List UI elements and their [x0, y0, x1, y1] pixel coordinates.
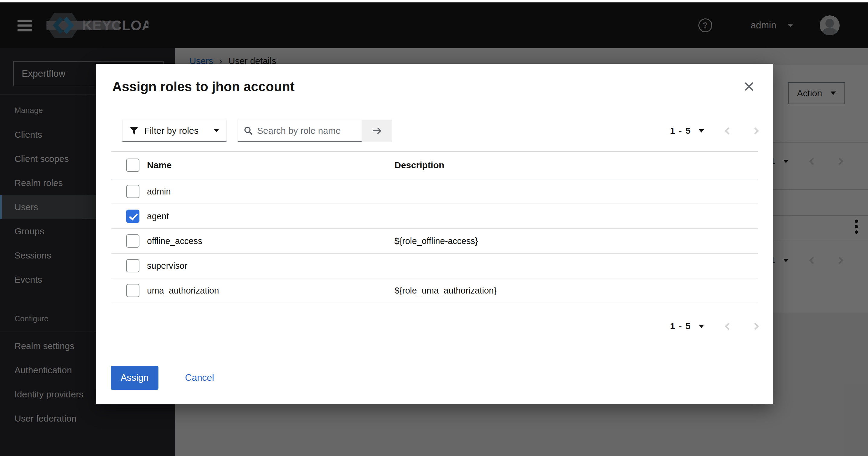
modal-title: Assign roles to jhon account — [112, 79, 756, 94]
row-checkbox[interactable] — [126, 234, 140, 248]
table-row: supervisor — [112, 254, 758, 279]
row-checkbox[interactable] — [126, 209, 140, 223]
search-submit-button[interactable] — [362, 120, 392, 142]
pagination-range: 1 - 5 — [670, 125, 691, 136]
select-all-checkbox[interactable] — [126, 159, 140, 172]
previous-page-icon[interactable] — [725, 322, 732, 330]
assign-roles-modal: Assign roles to jhon account Filter by r… — [96, 64, 773, 404]
close-icon[interactable] — [743, 81, 755, 92]
search-icon — [244, 126, 253, 135]
search-group — [238, 120, 392, 142]
filter-icon — [130, 126, 138, 135]
filter-by-roles-dropdown[interactable]: Filter by roles — [122, 120, 227, 142]
table-row: offline_access ${role_offline-access} — [112, 229, 758, 254]
table-row: uma_authorization ${role_uma_authorizati… — [112, 279, 758, 303]
role-name: admin — [147, 187, 395, 197]
role-name: offline_access — [147, 236, 395, 246]
previous-page-icon[interactable] — [725, 127, 732, 134]
row-checkbox[interactable] — [126, 284, 140, 297]
modal-pagination-bottom-row: 1 - 5 — [96, 314, 758, 338]
modal-pagination-top: 1 - 5 — [670, 125, 758, 136]
search-input[interactable] — [257, 125, 362, 136]
row-checkbox[interactable] — [126, 259, 140, 273]
cancel-button[interactable]: Cancel — [185, 372, 214, 383]
modal-footer: Assign Cancel — [96, 366, 773, 404]
modal-pagination-bottom: 1 - 5 — [670, 321, 758, 331]
next-page-icon[interactable] — [751, 322, 759, 330]
assign-button[interactable]: Assign — [111, 366, 158, 390]
pagination-caret-icon[interactable] — [699, 325, 704, 328]
table-row: agent — [112, 204, 758, 229]
pagination-caret-icon[interactable] — [699, 129, 704, 133]
next-page-icon[interactable] — [751, 127, 759, 134]
roles-table: Name Description admin agent offline_acc… — [112, 151, 758, 303]
column-name: Name — [147, 160, 395, 170]
column-description: Description — [395, 160, 758, 170]
modal-toolbar: Filter by roles — [122, 120, 758, 142]
table-row: admin — [112, 179, 758, 204]
row-checkbox[interactable] — [126, 185, 140, 198]
modal-header: Assign roles to jhon account — [96, 64, 773, 94]
pagination-range: 1 - 5 — [670, 321, 691, 331]
role-name: supervisor — [147, 261, 395, 271]
filter-caret-icon — [214, 129, 219, 132]
search-box — [238, 120, 362, 142]
filter-label: Filter by roles — [144, 125, 198, 136]
role-name: uma_authorization — [147, 286, 395, 296]
role-description: ${role_offline-access} — [395, 236, 758, 246]
arrow-right-icon — [372, 126, 382, 136]
role-name: agent — [147, 211, 395, 221]
screen: KEYCLOAK ? admin Expertflow Manage Clien… — [0, 0, 868, 456]
table-header-row: Name Description — [112, 151, 758, 179]
role-description: ${role_uma_authorization} — [395, 286, 758, 296]
